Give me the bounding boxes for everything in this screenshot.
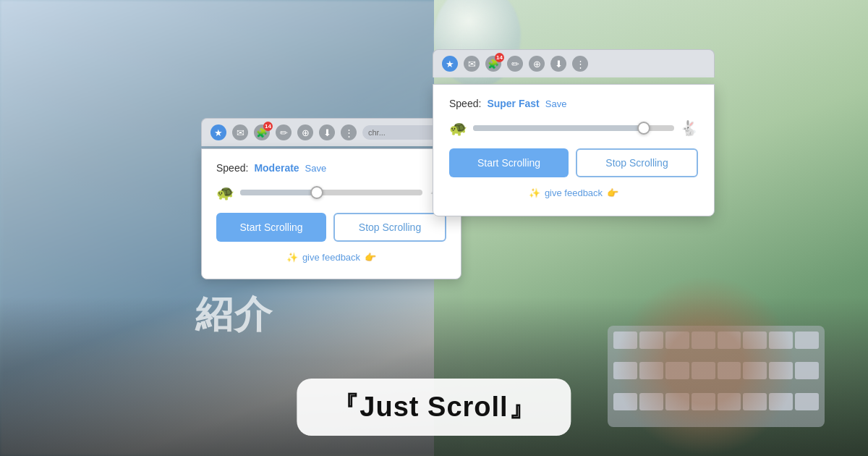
pencil-icon-right[interactable]: ✏	[507, 56, 523, 72]
download-icon-right[interactable]: ⬇	[550, 56, 566, 72]
speed-row-right: Speed: Super Fast Save	[449, 98, 698, 109]
popup-left: Speed: Moderate Save 🐢 🐇 Start Scrolling…	[201, 148, 461, 279]
popup-right: Speed: Super Fast Save 🐢 🐇 Start Scrolli…	[433, 84, 715, 216]
speed-value-right: Super Fast	[487, 98, 539, 109]
feedback-arrow-right: 👉	[607, 187, 618, 198]
title-badge: 『Just Scroll』	[297, 379, 571, 436]
badge-icon-right[interactable]: 🧩 14	[485, 56, 501, 72]
speed-label-right: Speed:	[449, 98, 481, 109]
badge-icon-left[interactable]: 🧩 14	[254, 124, 270, 140]
speed-label-left: Speed:	[216, 162, 248, 174]
turtle-icon-left: 🐢	[216, 184, 234, 201]
feedback-sparkle-right: ✨	[529, 187, 540, 198]
chrome-toolbar-right: ★ ✉ 🧩 14 ✏ ⊕ ⬇ ⋮	[433, 49, 715, 77]
save-link-right[interactable]: Save	[545, 98, 567, 109]
stop-scrolling-button-right[interactable]: Stop Scrolling	[576, 148, 698, 177]
star-icon-left[interactable]: ★	[210, 124, 226, 140]
feedback-sparkle-left: ✨	[286, 252, 298, 263]
slider-thumb-right[interactable]	[637, 122, 650, 135]
turtle-icon-right: 🐢	[449, 119, 467, 137]
feedback-label-left: give feedback	[302, 252, 360, 263]
ext-icon-right[interactable]: ⊕	[529, 56, 545, 72]
feedback-arrow-left: 👉	[365, 252, 376, 263]
slider-track-right[interactable]	[473, 125, 674, 131]
download-icon-left[interactable]: ⬇	[319, 124, 335, 140]
page-title: 『Just Scroll』	[331, 392, 536, 422]
more-icon-right[interactable]: ⋮	[572, 56, 588, 72]
more-icon-left[interactable]: ⋮	[341, 124, 357, 140]
start-scrolling-button-left[interactable]: Start Scrolling	[216, 213, 326, 242]
slider-row-left: 🐢 🐇	[216, 184, 446, 201]
ext-icon-left[interactable]: ⊕	[297, 124, 313, 140]
slider-track-left[interactable]	[240, 190, 422, 195]
slider-thumb-left[interactable]	[310, 186, 323, 199]
mail-icon-right[interactable]: ✉	[464, 56, 480, 72]
speed-value-left: Moderate	[254, 162, 299, 174]
feedback-row-right[interactable]: ✨ give feedback 👉	[449, 187, 698, 198]
feedback-label-right: give feedback	[545, 187, 603, 198]
stop-scrolling-button-left[interactable]: Stop Scrolling	[333, 213, 446, 242]
buttons-row-right: Start Scrolling Stop Scrolling	[449, 148, 698, 177]
slider-row-right: 🐢 🐇	[449, 119, 698, 137]
start-scrolling-button-right[interactable]: Start Scrolling	[449, 148, 569, 177]
pencil-icon-left[interactable]: ✏	[276, 124, 292, 140]
star-icon-right[interactable]: ★	[442, 56, 458, 72]
hand-decoration	[615, 275, 796, 456]
slider-fill-right	[473, 125, 644, 131]
speed-row-left: Speed: Moderate Save	[216, 162, 446, 174]
slider-fill-left	[240, 190, 317, 195]
mail-icon-left[interactable]: ✉	[232, 124, 248, 140]
save-link-left[interactable]: Save	[305, 163, 327, 174]
feedback-row-left[interactable]: ✨ give feedback 👉	[216, 252, 446, 263]
buttons-row-left: Start Scrolling Stop Scrolling	[216, 213, 446, 242]
rabbit-icon-right: 🐇	[680, 119, 698, 137]
jp-text-left: 紹介	[195, 290, 273, 340]
chrome-toolbar-left: ★ ✉ 🧩 14 ✏ ⊕ ⬇ ⋮ chr...	[201, 118, 461, 146]
